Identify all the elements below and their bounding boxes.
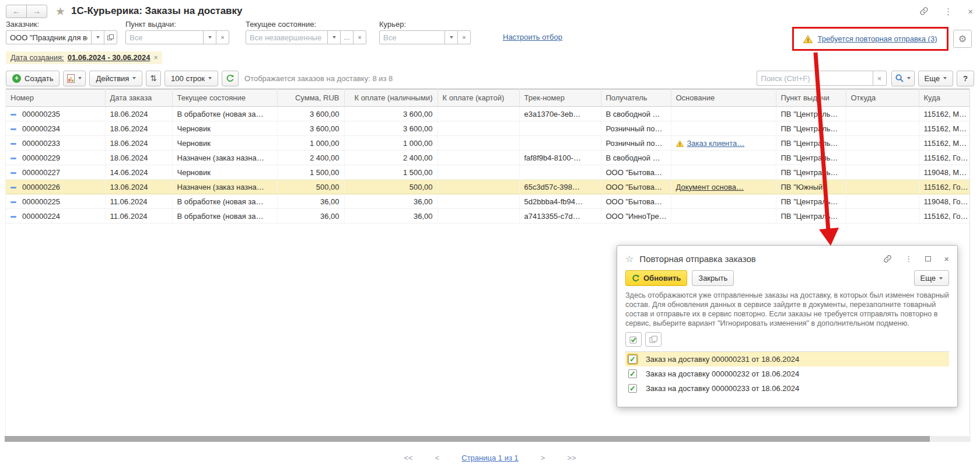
cell-track: [519, 165, 601, 180]
table-row[interactable]: 00000022613.06.2024Назначен (заказ назна…: [6, 180, 970, 194]
favorite-star-icon[interactable]: ★: [55, 5, 65, 18]
date-filter-remove-icon[interactable]: ×: [153, 54, 158, 62]
table-row[interactable]: 00000023518.06.2024В обработке (новая за…: [6, 107, 970, 121]
date-filter-label[interactable]: Дата создания:: [10, 53, 64, 62]
horizontal-scrollbar[interactable]: [5, 436, 971, 442]
table-row[interactable]: 00000023318.06.2024Черновик1 000,001 000…: [6, 136, 970, 151]
customer-open-button[interactable]: [104, 30, 117, 44]
state-choose-button[interactable]: …: [340, 30, 354, 44]
link-icon[interactable]: [919, 6, 929, 16]
pickup-point-input[interactable]: [125, 30, 204, 44]
cell-pickup: ПВ "Централь…: [776, 165, 846, 180]
basis-document-link[interactable]: Заказ клиента…: [687, 139, 745, 148]
cell-sum: 1 000,00: [277, 136, 344, 151]
more-vertical-icon[interactable]: ⋮: [944, 7, 953, 16]
gear-icon: ⚙: [958, 33, 967, 44]
customer-input[interactable]: [6, 30, 92, 44]
cell-to: 119048, М…: [919, 165, 970, 180]
sort-button[interactable]: ⇅: [146, 71, 161, 86]
cell-recipient: ООО "ИнноТре…: [601, 209, 671, 224]
actions-button[interactable]: Действия: [89, 71, 142, 86]
cell-cash: 2 400,00: [344, 151, 438, 165]
column-header[interactable]: Текущее состояние: [172, 89, 277, 107]
create-button[interactable]: + Создать: [6, 71, 60, 86]
check-all-icon: [629, 336, 638, 344]
order-checkbox[interactable]: ✓: [628, 369, 637, 378]
close-popup-icon[interactable]: ×: [944, 254, 949, 264]
courier-clear-button[interactable]: ×: [457, 30, 471, 44]
cell-recipient: ООО "Бытова…: [601, 180, 671, 194]
resend-required-link[interactable]: Требуется повторная отправка (3): [817, 34, 937, 43]
more-button[interactable]: Еще: [918, 71, 953, 86]
cell-cash: 3 600,00: [344, 121, 438, 136]
back-button[interactable]: ←: [6, 5, 27, 18]
table-row[interactable]: 00000022714.06.2024Черновик1 500,001 500…: [6, 165, 970, 180]
courier-dropdown-button[interactable]: [444, 30, 458, 44]
column-header[interactable]: Пункт выдачи: [776, 89, 846, 107]
report-button[interactable]: [63, 71, 86, 86]
pickup-dropdown-button[interactable]: [203, 30, 216, 44]
cell-card: [438, 194, 519, 209]
configure-filter-link[interactable]: Настроить отбор: [503, 33, 562, 41]
search-button[interactable]: [891, 71, 915, 86]
column-header[interactable]: Куда: [919, 89, 970, 107]
cell-card: [438, 121, 519, 136]
resend-order-row[interactable]: ✓Заказ на доставку 000000232 от 18.06.20…: [625, 367, 949, 381]
column-header[interactable]: К оплате (наличными): [344, 89, 438, 107]
resend-order-row[interactable]: ✓Заказ на доставку 000000231 от 18.06.20…: [625, 352, 949, 367]
pickup-clear-button[interactable]: ×: [216, 30, 229, 44]
column-header[interactable]: Основание: [671, 89, 776, 107]
cell-from: [846, 165, 919, 180]
table-row[interactable]: 00000022511.06.2024В обработке (новая за…: [6, 194, 970, 209]
table-row[interactable]: 00000023418.06.2024Черновик3 600,003 600…: [6, 121, 970, 136]
next-page-button[interactable]: >: [541, 453, 545, 462]
help-button[interactable]: ?: [957, 71, 974, 86]
maximize-icon[interactable]: [925, 256, 931, 261]
forward-button[interactable]: →: [26, 5, 47, 18]
cell-to: 115162, М…: [919, 107, 970, 121]
settings-button[interactable]: ⚙: [953, 30, 972, 48]
table-row[interactable]: 00000022411.06.2024В обработке (новая за…: [6, 209, 970, 224]
column-header[interactable]: К оплате (картой): [438, 89, 519, 107]
order-checkbox[interactable]: ✓: [628, 384, 637, 393]
courier-input[interactable]: [379, 30, 445, 44]
page-indicator-link[interactable]: Страница 1 из 1: [461, 453, 518, 462]
scrollbar-thumb[interactable]: [5, 436, 930, 442]
prev-page-button[interactable]: <: [435, 453, 440, 462]
first-page-button[interactable]: <<: [404, 453, 413, 462]
cell-pickup: ПВ "Централь…: [776, 209, 846, 224]
state-dropdown-button[interactable]: [327, 30, 341, 44]
popup-more-button[interactable]: Еще: [914, 270, 949, 286]
resend-order-row[interactable]: ✓Заказ на доставку 000000233 от 18.06.20…: [625, 381, 949, 396]
date-filter-value[interactable]: 01.06.2024 - 30.06.2024: [68, 53, 150, 62]
table-header-row[interactable]: НомерДата заказаТекущее состояниеСумма, …: [6, 89, 970, 107]
last-page-button[interactable]: >>: [567, 453, 576, 462]
close-window-icon[interactable]: ×: [968, 7, 973, 16]
column-header[interactable]: Трек-номер: [519, 89, 601, 107]
basis-document-link[interactable]: Документ основа…: [676, 183, 744, 191]
refresh-orders-button[interactable]: Обновить: [625, 270, 687, 286]
search-clear-button[interactable]: ×: [873, 71, 887, 86]
customer-dropdown-button[interactable]: [91, 30, 104, 44]
rows-count-button[interactable]: 100 строк: [164, 71, 218, 86]
check-all-button[interactable]: [625, 332, 642, 347]
order-number: 000000233: [22, 139, 60, 148]
uncheck-all-button[interactable]: [645, 332, 662, 347]
column-header[interactable]: Сумма, RUB: [277, 89, 344, 107]
current-state-input[interactable]: [246, 30, 328, 44]
close-popup-button[interactable]: Закрыть: [692, 270, 734, 286]
column-header[interactable]: Получатель: [601, 89, 671, 107]
chevron-down-icon: [78, 77, 82, 79]
order-checkbox[interactable]: ✓: [628, 355, 637, 364]
favorite-star-outline-icon[interactable]: ☆: [625, 253, 634, 264]
more-vertical-icon[interactable]: ⋮: [905, 254, 912, 263]
table-row[interactable]: 00000022918.06.2024Назначен (заказ назна…: [6, 151, 970, 165]
state-clear-button[interactable]: ×: [353, 30, 366, 44]
search-input[interactable]: [757, 71, 873, 86]
refresh-button[interactable]: [222, 71, 239, 86]
link-icon[interactable]: [883, 254, 892, 263]
column-header[interactable]: Дата заказа: [105, 89, 172, 107]
cell-card: [438, 151, 519, 165]
column-header[interactable]: Откуда: [846, 89, 919, 107]
column-header[interactable]: Номер: [6, 89, 105, 107]
